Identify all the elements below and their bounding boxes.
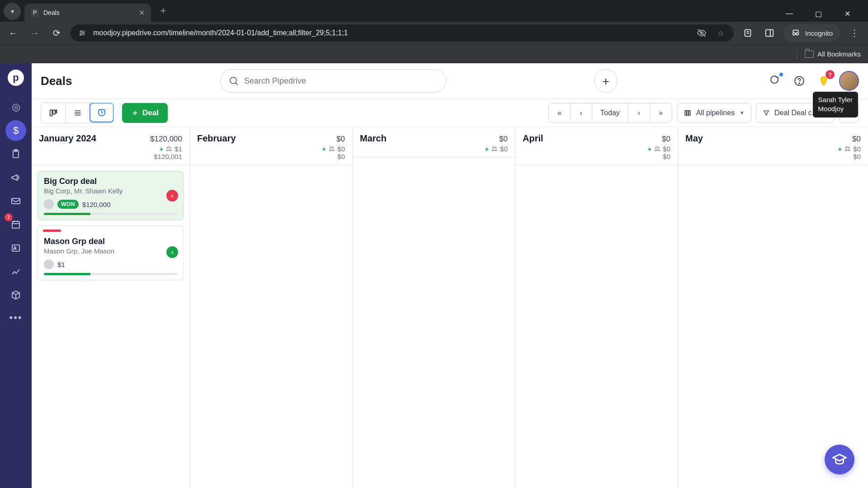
- month-sum: $0: [523, 153, 670, 160]
- svg-rect-18: [12, 198, 20, 204]
- month-column-february: February $0 +⚖$0 $0: [190, 127, 353, 488]
- month-total: $0: [336, 135, 345, 144]
- next-icon[interactable]: ›: [628, 103, 650, 122]
- window-controls: — ▢ ✕: [781, 9, 864, 22]
- month-body: [190, 165, 352, 488]
- sidebar-item-products[interactable]: [5, 285, 26, 305]
- all-bookmarks-link[interactable]: All Bookmarks: [805, 50, 861, 58]
- folder-icon: [805, 51, 814, 58]
- month-body: [353, 158, 515, 488]
- scale-icon: ⚖: [329, 145, 335, 153]
- sidebar-item-deals[interactable]: $: [5, 120, 26, 141]
- reload-icon[interactable]: ⟳: [49, 25, 64, 41]
- month-total: $0: [499, 135, 508, 144]
- view-switcher: [41, 103, 114, 123]
- address-bar[interactable]: moodjoy.pipedrive.com/timeline/month/202…: [71, 24, 734, 42]
- graduation-cap-icon: [832, 452, 847, 467]
- contacts-icon: [10, 243, 21, 253]
- svg-point-14: [796, 33, 799, 35]
- month-total: $120,000: [150, 135, 182, 144]
- sidebar-item-contacts[interactable]: [5, 238, 26, 258]
- quick-add-button[interactable]: ＋: [594, 69, 618, 93]
- arrow-right-icon[interactable]: ›: [166, 246, 178, 258]
- month-name: May: [685, 133, 703, 144]
- month-body: [678, 165, 868, 488]
- deal-subtitle: Big Corp, Mr. Shawn Kelly: [44, 187, 177, 195]
- view-pipeline-button[interactable]: [41, 103, 66, 123]
- sidebar-item-projects[interactable]: [5, 144, 26, 164]
- star-icon[interactable]: ☆: [714, 29, 727, 38]
- incognito-label: Incognito: [805, 29, 833, 37]
- sidebar-item-focus[interactable]: ◎: [5, 97, 26, 117]
- scale-icon: ⚖: [654, 145, 660, 153]
- month-sum: $0: [197, 153, 345, 160]
- pipedrive-logo-icon[interactable]: p: [8, 70, 24, 86]
- sidebar-item-insights[interactable]: [5, 261, 26, 282]
- tooltip-name: Sarah Tyler: [818, 95, 853, 104]
- eye-off-icon[interactable]: [695, 28, 708, 38]
- month-sum: $120,001: [39, 153, 182, 160]
- browser-tab[interactable]: P Deals ✕: [24, 4, 151, 22]
- last-page-icon[interactable]: »: [650, 103, 672, 122]
- target-icon: ◎: [12, 101, 20, 113]
- badge: 7: [5, 213, 13, 221]
- back-icon[interactable]: ←: [5, 25, 21, 41]
- sidebar-item-activities[interactable]: 7: [5, 214, 26, 235]
- sidepanel-icon[interactable]: [762, 25, 777, 41]
- academy-fab[interactable]: [825, 445, 854, 474]
- user-avatar[interactable]: Sarah Tyler Moodjoy: [839, 71, 859, 91]
- minimize-icon[interactable]: —: [781, 9, 797, 18]
- url-text: moodjoy.pipedrive.com/timeline/month/202…: [93, 29, 689, 37]
- tooltip-org: Moodjoy: [818, 104, 853, 113]
- deal-amount: $120,000: [82, 201, 111, 208]
- svg-rect-40: [689, 110, 690, 115]
- sidebar-more-icon[interactable]: •••: [9, 312, 22, 324]
- arrow-left-icon[interactable]: ‹: [166, 190, 178, 202]
- new-tab-button[interactable]: ＋: [158, 4, 168, 17]
- media-icon[interactable]: [740, 25, 755, 41]
- apps-icon[interactable]: [766, 72, 784, 90]
- add-deal-button[interactable]: ＋ Deal: [122, 103, 168, 123]
- plus-icon: +: [485, 145, 489, 153]
- pipeline-label: All pipelines: [696, 109, 735, 117]
- tips-icon[interactable]: ?: [815, 72, 833, 90]
- view-list-button[interactable]: [66, 103, 90, 123]
- avatar-tooltip: Sarah Tyler Moodjoy: [813, 92, 858, 117]
- sidebar-item-campaigns[interactable]: [5, 167, 26, 188]
- toolbar: ＋ Deal « ‹ Today › » All pipelines ▼: [32, 99, 868, 127]
- nav-bar: ← → ⟳ moodjoy.pipedrive.com/timeline/mon…: [0, 22, 868, 44]
- search-icon: [228, 75, 239, 86]
- progress-bar: [44, 273, 177, 275]
- browser-menu-icon[interactable]: ⋮: [846, 28, 863, 38]
- search-wrap: [220, 69, 446, 93]
- month-total: $0: [852, 135, 861, 144]
- month-weighted: $1: [175, 145, 182, 153]
- site-settings-icon[interactable]: [77, 28, 88, 38]
- svg-point-29: [799, 83, 800, 84]
- first-page-icon[interactable]: «: [549, 103, 571, 122]
- help-icon[interactable]: [790, 72, 808, 90]
- deal-card[interactable]: Big Corp deal Big Corp, Mr. Shawn Kelly …: [37, 171, 184, 220]
- app-header: Deals ＋ ?: [32, 63, 868, 99]
- deal-label: Deal: [142, 108, 159, 117]
- close-icon[interactable]: ✕: [139, 9, 145, 17]
- month-header: January 2024 $120,000 +⚖$1 $120,001: [32, 127, 189, 165]
- separator: [797, 49, 797, 59]
- today-button[interactable]: Today: [592, 103, 628, 122]
- pipeline-filter[interactable]: All pipelines ▼: [677, 103, 751, 123]
- svg-rect-33: [56, 110, 57, 113]
- tab-search-caret-icon[interactable]: ▾: [4, 3, 21, 20]
- filter-icon: [763, 109, 770, 117]
- close-window-icon[interactable]: ✕: [839, 9, 855, 18]
- prev-icon[interactable]: ‹: [571, 103, 592, 122]
- search-input[interactable]: [220, 69, 446, 93]
- month-name: January 2024: [39, 133, 96, 144]
- maximize-icon[interactable]: ▢: [810, 9, 826, 18]
- month-weighted: $0: [337, 145, 345, 153]
- month-total: $0: [662, 135, 670, 144]
- deal-card[interactable]: Mason Grp deal Mason Grp, Joe Mason › $1: [37, 225, 184, 280]
- incognito-chip[interactable]: Incognito: [783, 24, 840, 42]
- view-forecast-button[interactable]: [90, 103, 114, 122]
- dollar-icon: $: [13, 125, 19, 136]
- sidebar-item-mail[interactable]: [5, 191, 26, 211]
